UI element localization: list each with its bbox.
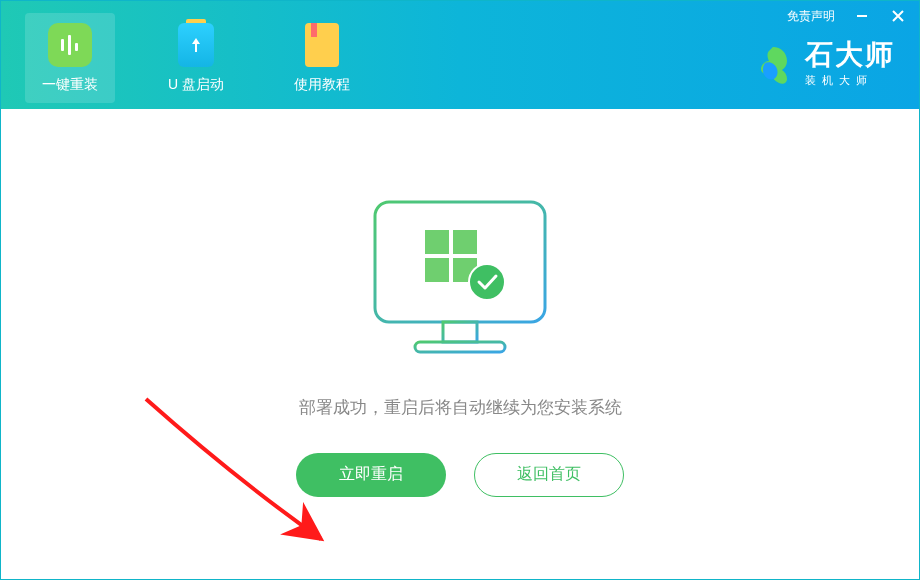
tab-usb-boot[interactable]: U 盘启动 [151, 13, 241, 103]
tab-label: 使用教程 [294, 76, 350, 94]
status-message: 部署成功，重启后将自动继续为您安装系统 [299, 396, 622, 419]
main-content: 部署成功，重启后将自动继续为您安装系统 立即重启 返回首页 [1, 109, 919, 579]
svg-rect-0 [61, 39, 64, 51]
svg-rect-3 [857, 15, 867, 17]
usb-icon [173, 22, 219, 68]
restart-button[interactable]: 立即重启 [296, 453, 446, 497]
svg-rect-9 [425, 258, 449, 282]
svg-rect-2 [75, 43, 78, 51]
minimize-button[interactable] [853, 7, 871, 25]
disclaimer-link[interactable]: 免责声明 [787, 8, 835, 25]
svg-rect-8 [453, 230, 477, 254]
book-icon [299, 22, 345, 68]
tab-tutorial[interactable]: 使用教程 [277, 13, 367, 103]
svg-rect-7 [425, 230, 449, 254]
brand-logo: 石大师 装机大师 [751, 41, 895, 88]
header-bar: 一键重装 U 盘启动 使用教程 免责声明 [1, 1, 919, 109]
close-button[interactable] [889, 7, 907, 25]
svg-rect-1 [68, 35, 71, 55]
svg-rect-6 [415, 342, 505, 352]
monitor-illustration [365, 192, 555, 366]
app-window: 一键重装 U 盘启动 使用教程 免责声明 [0, 0, 920, 580]
tab-label: U 盘启动 [168, 76, 224, 94]
home-button[interactable]: 返回首页 [474, 453, 624, 497]
action-buttons: 立即重启 返回首页 [296, 453, 624, 497]
svg-rect-5 [443, 322, 477, 342]
brand-title: 石大师 [805, 41, 895, 69]
brand-subtitle: 装机大师 [805, 73, 873, 88]
logo-icon [751, 43, 795, 87]
tab-label: 一键重装 [42, 76, 98, 94]
nav-tabs: 一键重装 U 盘启动 使用教程 [1, 1, 367, 109]
reinstall-icon [47, 22, 93, 68]
tab-reinstall[interactable]: 一键重装 [25, 13, 115, 103]
window-controls: 免责声明 [787, 7, 907, 25]
